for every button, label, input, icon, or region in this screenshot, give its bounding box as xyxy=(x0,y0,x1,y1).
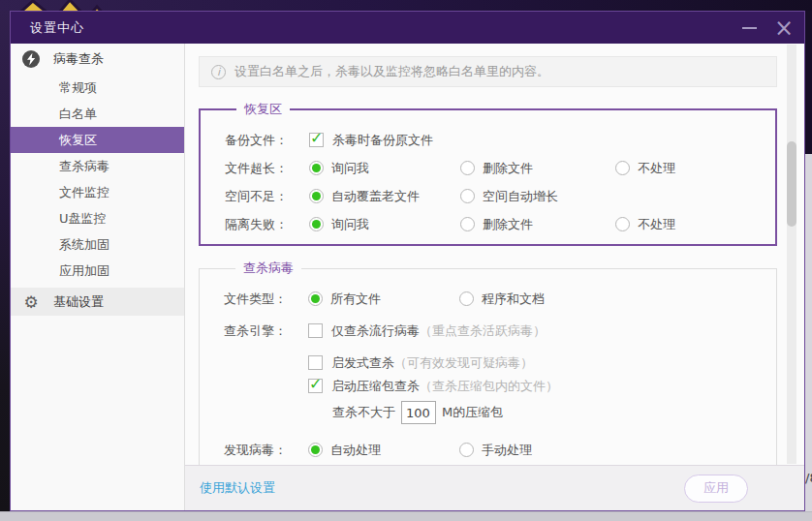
recovery-section-title: 恢复区 xyxy=(236,101,290,118)
checkbox-label: 仅查杀流行病毒（重点查杀活跃病毒） xyxy=(331,322,546,340)
screen: /8 设置中心 × 病毒查杀 xyxy=(0,0,812,521)
virus-found-row: 发现病毒： 自动处理 手动处理 xyxy=(224,436,776,464)
sidebar-item-general[interactable]: 常规项 xyxy=(11,75,184,101)
scan-virus-section-title: 查杀病毒 xyxy=(235,260,301,277)
radio-label: 删除文件 xyxy=(483,160,533,177)
checkbox-label: 启动压缩包查杀（查杀压缩包内的文件） xyxy=(331,378,558,395)
radio-quarantine-fail-ignore[interactable]: 不处理 xyxy=(615,216,675,233)
sidebar-group-label: 基础设置 xyxy=(53,293,104,311)
radio-label: 自动覆盖老文件 xyxy=(331,188,420,205)
radio-label: 手动处理 xyxy=(482,442,532,459)
sidebar-item-scan-virus[interactable]: 查杀病毒 xyxy=(11,153,184,179)
popular-virus-only-checkbox[interactable]: 仅查杀流行病毒（重点查杀活跃病毒） xyxy=(308,322,546,340)
quarantine-fail-row: 隔离失败： 询问我 删除文件 不处理 xyxy=(225,210,775,238)
settings-scroll-area: i 设置白名单之后，杀毒以及监控将忽略白名单里的内容。 恢复区 备份文件： 杀毒… xyxy=(185,44,804,465)
radio-quarantine-fail-ask[interactable]: 询问我 xyxy=(309,216,460,233)
row-label: 隔离失败： xyxy=(225,216,309,233)
radio-file-too-long-ask[interactable]: 询问我 xyxy=(309,160,460,177)
scrollbar-thumb[interactable] xyxy=(787,141,796,227)
sidebar-group-label: 病毒查杀 xyxy=(53,50,104,68)
content-footer: 使用默认设置 应用 xyxy=(185,465,804,510)
radio-icon xyxy=(308,291,323,306)
radio-icon xyxy=(460,217,475,231)
radio-label: 自动处理 xyxy=(330,442,381,459)
radio-label: 空间自动增长 xyxy=(483,188,558,205)
archive-size-row: 查杀不大于 M的压缩包 xyxy=(224,400,776,425)
radio-icon xyxy=(308,443,323,457)
gear-icon: ⚙ xyxy=(22,292,40,312)
close-icon: × xyxy=(774,18,794,38)
radio-label: 删除文件 xyxy=(483,216,533,233)
sidebar-item-recovery[interactable]: 恢复区 xyxy=(11,127,184,153)
row-label: 空间不足： xyxy=(225,188,309,205)
checkbox-label: 启发式查杀（可有效发现可疑病毒） xyxy=(331,354,533,372)
radio-icon xyxy=(459,291,474,306)
file-too-long-row: 文件超长： 询问我 删除文件 不处理 xyxy=(225,154,775,182)
radio-label: 询问我 xyxy=(331,160,369,177)
sidebar-item-app-hardening[interactable]: 应用加固 xyxy=(11,258,184,284)
radio-icon xyxy=(309,217,324,231)
sidebar-group-basic-settings[interactable]: ⚙ 基础设置 xyxy=(11,288,184,316)
page-indicator: /8 xyxy=(805,471,812,485)
radio-low-space-overwrite[interactable]: 自动覆盖老文件 xyxy=(309,188,460,205)
vertical-scrollbar[interactable] xyxy=(787,45,796,464)
radio-file-type-programs-docs[interactable]: 程序和文档 xyxy=(459,291,545,308)
checkbox-icon xyxy=(308,379,323,393)
radio-label: 不处理 xyxy=(638,216,675,233)
row-label: 发现病毒： xyxy=(224,442,308,459)
checkbox-icon xyxy=(309,133,324,147)
row-label: 文件超长： xyxy=(225,160,309,177)
backup-original-checkbox[interactable]: 杀毒时备份原文件 xyxy=(309,132,433,149)
sidebar-item-system-hardening[interactable]: 系统加固 xyxy=(11,231,184,258)
notice-bar: i 设置白名单之后，杀毒以及监控将忽略白名单里的内容。 xyxy=(199,56,777,87)
archive-size-input[interactable] xyxy=(401,401,436,424)
radio-file-type-all[interactable]: 所有文件 xyxy=(308,291,459,308)
checkbox-icon xyxy=(308,355,323,370)
apply-button[interactable]: 应用 xyxy=(684,475,748,503)
minimize-button[interactable] xyxy=(736,15,762,41)
titlebar: 设置中心 × xyxy=(11,12,804,44)
checkbox-hint: （重点查杀活跃病毒） xyxy=(420,323,546,338)
sidebar-item-usb-monitor[interactable]: U盘监控 xyxy=(11,205,184,231)
radio-icon xyxy=(615,161,630,175)
radio-icon xyxy=(615,217,630,231)
engine-row-archive: 启动压缩包查杀（查杀压缩包内的文件） xyxy=(224,372,776,400)
virus-scan-icon xyxy=(22,50,40,68)
info-icon: i xyxy=(211,65,226,79)
sidebar-group-virus-scan[interactable]: 病毒查杀 xyxy=(11,44,184,75)
radio-icon xyxy=(459,443,474,457)
radio-found-manual[interactable]: 手动处理 xyxy=(459,442,532,459)
archive-size-suffix: M的压缩包 xyxy=(442,404,503,421)
use-defaults-link[interactable]: 使用默认设置 xyxy=(200,479,275,497)
radio-icon xyxy=(309,161,324,175)
radio-found-auto[interactable]: 自动处理 xyxy=(308,442,459,459)
radio-label: 程序和文档 xyxy=(482,291,545,308)
sidebar-item-file-monitor[interactable]: 文件监控 xyxy=(11,179,184,205)
archive-scan-checkbox[interactable]: 启动压缩包查杀（查杀压缩包内的文件） xyxy=(308,378,558,395)
heuristic-scan-checkbox[interactable]: 启发式查杀（可有效发现可疑病毒） xyxy=(308,354,533,372)
low-space-row: 空间不足： 自动覆盖老文件 空间自动增长 xyxy=(225,182,775,210)
radio-file-too-long-ignore[interactable]: 不处理 xyxy=(615,160,675,177)
sidebar-item-whitelist[interactable]: 白名单 xyxy=(11,101,184,127)
archive-size-prefix: 查杀不大于 xyxy=(332,404,395,421)
content-panel: i 设置白名单之后，杀毒以及监控将忽略白名单里的内容。 恢复区 备份文件： 杀毒… xyxy=(185,44,804,510)
desktop-background-top xyxy=(0,0,812,11)
notice-text: 设置白名单之后，杀毒以及监控将忽略白名单里的内容。 xyxy=(234,63,549,80)
engine-row-popular: 查杀引擎： 仅查杀流行病毒（重点查杀活跃病毒） xyxy=(224,317,776,345)
close-button[interactable]: × xyxy=(771,15,796,41)
radio-low-space-autogrow[interactable]: 空间自动增长 xyxy=(460,188,558,205)
checkbox-hint: （可有效发现可疑病毒） xyxy=(394,355,533,370)
settings-window: 设置中心 × 病毒查杀 常规项 白名单 恢复区 查杀病毒 xyxy=(10,11,805,511)
radio-label: 询问我 xyxy=(331,216,369,233)
radio-icon xyxy=(309,189,324,203)
desktop-background-right: /8 xyxy=(805,11,812,511)
backup-file-row: 备份文件： 杀毒时备份原文件 xyxy=(225,126,775,154)
radio-label: 所有文件 xyxy=(330,291,381,308)
window-title: 设置中心 xyxy=(30,19,84,37)
sidebar: 病毒查杀 常规项 白名单 恢复区 查杀病毒 文件监控 U盘监控 系统加固 应用加… xyxy=(11,44,185,510)
background-window-light-area: /8 xyxy=(805,154,812,511)
file-type-row: 文件类型： 所有文件 程序和文档 xyxy=(224,285,776,313)
background-window-dark-area xyxy=(805,11,812,154)
radio-file-too-long-delete[interactable]: 删除文件 xyxy=(460,160,615,177)
radio-quarantine-fail-delete[interactable]: 删除文件 xyxy=(460,216,615,233)
